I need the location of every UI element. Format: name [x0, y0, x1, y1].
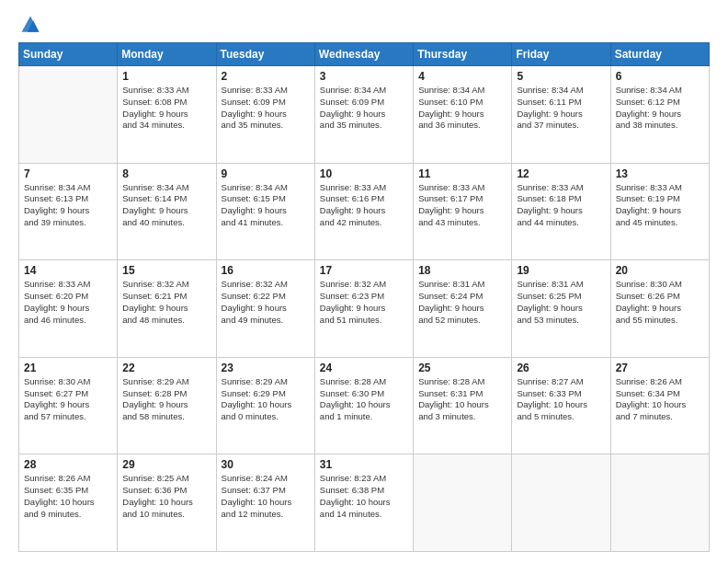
- header: [18, 15, 710, 35]
- day-cell: 23Sunrise: 8:29 AM Sunset: 6:29 PM Dayli…: [216, 357, 314, 454]
- day-number: 20: [616, 264, 704, 277]
- day-cell: 25Sunrise: 8:28 AM Sunset: 6:31 PM Dayli…: [414, 357, 512, 454]
- day-cell: 7Sunrise: 8:34 AM Sunset: 6:13 PM Daylig…: [19, 163, 118, 260]
- day-cell: 9Sunrise: 8:34 AM Sunset: 6:15 PM Daylig…: [216, 163, 314, 260]
- day-info: Sunrise: 8:26 AM Sunset: 6:35 PM Dayligh…: [24, 473, 112, 520]
- day-cell: 30Sunrise: 8:24 AM Sunset: 6:37 PM Dayli…: [216, 454, 314, 552]
- day-cell: 4Sunrise: 8:34 AM Sunset: 6:10 PM Daylig…: [414, 66, 512, 164]
- day-number: 25: [418, 362, 506, 374]
- day-number: 8: [122, 167, 210, 180]
- day-info: Sunrise: 8:32 AM Sunset: 6:21 PM Dayligh…: [122, 279, 210, 326]
- day-number: 22: [122, 362, 210, 374]
- day-cell: 22Sunrise: 8:29 AM Sunset: 6:28 PM Dayli…: [118, 357, 216, 454]
- day-cell: [512, 454, 610, 552]
- day-cell: 19Sunrise: 8:31 AM Sunset: 6:25 PM Dayli…: [512, 260, 610, 358]
- day-number: 2: [222, 70, 310, 83]
- header-day-saturday: Saturday: [610, 43, 709, 66]
- day-number: 7: [24, 167, 112, 180]
- logo-icon: [20, 15, 40, 35]
- day-info: Sunrise: 8:31 AM Sunset: 6:24 PM Dayligh…: [418, 279, 506, 326]
- day-cell: 20Sunrise: 8:30 AM Sunset: 6:26 PM Dayli…: [610, 260, 709, 358]
- day-number: 17: [320, 264, 408, 277]
- day-cell: 27Sunrise: 8:26 AM Sunset: 6:34 PM Dayli…: [610, 357, 709, 454]
- day-number: 30: [222, 458, 310, 471]
- calendar-body: 1Sunrise: 8:33 AM Sunset: 6:08 PM Daylig…: [19, 66, 710, 552]
- day-info: Sunrise: 8:33 AM Sunset: 6:18 PM Dayligh…: [517, 182, 605, 229]
- day-cell: 11Sunrise: 8:33 AM Sunset: 6:17 PM Dayli…: [414, 163, 512, 260]
- day-number: 29: [122, 458, 210, 471]
- day-cell: 1Sunrise: 8:33 AM Sunset: 6:08 PM Daylig…: [118, 66, 216, 164]
- day-cell: 8Sunrise: 8:34 AM Sunset: 6:14 PM Daylig…: [118, 163, 216, 260]
- day-cell: 29Sunrise: 8:25 AM Sunset: 6:36 PM Dayli…: [118, 454, 216, 552]
- header-day-monday: Monday: [118, 43, 216, 66]
- header-day-tuesday: Tuesday: [216, 43, 314, 66]
- day-cell: 2Sunrise: 8:33 AM Sunset: 6:09 PM Daylig…: [216, 66, 314, 164]
- day-cell: 31Sunrise: 8:23 AM Sunset: 6:38 PM Dayli…: [314, 454, 413, 552]
- day-number: 3: [320, 70, 408, 83]
- day-cell: 15Sunrise: 8:32 AM Sunset: 6:21 PM Dayli…: [118, 260, 216, 358]
- day-number: 5: [517, 70, 605, 83]
- day-info: Sunrise: 8:34 AM Sunset: 6:09 PM Dayligh…: [320, 85, 408, 132]
- week-row-3: 21Sunrise: 8:30 AM Sunset: 6:27 PM Dayli…: [19, 357, 710, 454]
- day-cell: 5Sunrise: 8:34 AM Sunset: 6:11 PM Daylig…: [512, 66, 610, 164]
- day-info: Sunrise: 8:34 AM Sunset: 6:15 PM Dayligh…: [222, 182, 310, 229]
- day-info: Sunrise: 8:33 AM Sunset: 6:09 PM Dayligh…: [222, 85, 310, 132]
- day-info: Sunrise: 8:34 AM Sunset: 6:10 PM Dayligh…: [418, 85, 506, 132]
- day-info: Sunrise: 8:23 AM Sunset: 6:38 PM Dayligh…: [320, 473, 408, 520]
- day-info: Sunrise: 8:30 AM Sunset: 6:26 PM Dayligh…: [616, 279, 704, 326]
- header-day-sunday: Sunday: [19, 43, 118, 66]
- header-day-thursday: Thursday: [414, 43, 512, 66]
- day-info: Sunrise: 8:28 AM Sunset: 6:30 PM Dayligh…: [320, 376, 408, 423]
- day-number: 11: [418, 167, 506, 180]
- day-info: Sunrise: 8:33 AM Sunset: 6:17 PM Dayligh…: [418, 182, 506, 229]
- day-number: 31: [320, 458, 408, 471]
- day-number: 19: [517, 264, 605, 277]
- day-info: Sunrise: 8:24 AM Sunset: 6:37 PM Dayligh…: [222, 473, 310, 520]
- day-info: Sunrise: 8:33 AM Sunset: 6:20 PM Dayligh…: [24, 279, 112, 326]
- week-row-2: 14Sunrise: 8:33 AM Sunset: 6:20 PM Dayli…: [19, 260, 710, 358]
- day-cell: 16Sunrise: 8:32 AM Sunset: 6:22 PM Dayli…: [216, 260, 314, 358]
- day-info: Sunrise: 8:30 AM Sunset: 6:27 PM Dayligh…: [24, 376, 112, 423]
- day-info: Sunrise: 8:34 AM Sunset: 6:13 PM Dayligh…: [24, 182, 112, 229]
- header-row: SundayMondayTuesdayWednesdayThursdayFrid…: [19, 43, 710, 66]
- day-info: Sunrise: 8:34 AM Sunset: 6:12 PM Dayligh…: [616, 85, 704, 132]
- day-number: 27: [616, 362, 704, 374]
- day-number: 14: [24, 264, 112, 277]
- week-row-0: 1Sunrise: 8:33 AM Sunset: 6:08 PM Daylig…: [19, 66, 710, 164]
- calendar: SundayMondayTuesdayWednesdayThursdayFrid…: [18, 42, 710, 552]
- day-info: Sunrise: 8:34 AM Sunset: 6:14 PM Dayligh…: [122, 182, 210, 229]
- day-info: Sunrise: 8:31 AM Sunset: 6:25 PM Dayligh…: [517, 279, 605, 326]
- day-info: Sunrise: 8:32 AM Sunset: 6:23 PM Dayligh…: [320, 279, 408, 326]
- day-cell: 12Sunrise: 8:33 AM Sunset: 6:18 PM Dayli…: [512, 163, 610, 260]
- calendar-header: SundayMondayTuesdayWednesdayThursdayFrid…: [19, 43, 710, 66]
- day-cell: 6Sunrise: 8:34 AM Sunset: 6:12 PM Daylig…: [610, 66, 709, 164]
- day-number: 21: [24, 362, 112, 374]
- day-cell: [19, 66, 118, 164]
- day-info: Sunrise: 8:29 AM Sunset: 6:29 PM Dayligh…: [222, 376, 310, 423]
- day-cell: [610, 454, 709, 552]
- day-cell: 13Sunrise: 8:33 AM Sunset: 6:19 PM Dayli…: [610, 163, 709, 260]
- day-number: 24: [320, 362, 408, 374]
- day-number: 10: [320, 167, 408, 180]
- day-cell: 26Sunrise: 8:27 AM Sunset: 6:33 PM Dayli…: [512, 357, 610, 454]
- day-info: Sunrise: 8:28 AM Sunset: 6:31 PM Dayligh…: [418, 376, 506, 423]
- day-number: 6: [616, 70, 704, 83]
- day-number: 15: [122, 264, 210, 277]
- day-cell: 18Sunrise: 8:31 AM Sunset: 6:24 PM Dayli…: [414, 260, 512, 358]
- day-number: 4: [418, 70, 506, 83]
- week-row-4: 28Sunrise: 8:26 AM Sunset: 6:35 PM Dayli…: [19, 454, 710, 552]
- day-cell: 14Sunrise: 8:33 AM Sunset: 6:20 PM Dayli…: [19, 260, 118, 358]
- day-info: Sunrise: 8:32 AM Sunset: 6:22 PM Dayligh…: [222, 279, 310, 326]
- day-number: 23: [222, 362, 310, 374]
- day-number: 9: [222, 167, 310, 180]
- day-info: Sunrise: 8:25 AM Sunset: 6:36 PM Dayligh…: [122, 473, 210, 520]
- day-number: 12: [517, 167, 605, 180]
- day-info: Sunrise: 8:26 AM Sunset: 6:34 PM Dayligh…: [616, 376, 704, 423]
- day-info: Sunrise: 8:33 AM Sunset: 6:19 PM Dayligh…: [616, 182, 704, 229]
- day-info: Sunrise: 8:29 AM Sunset: 6:28 PM Dayligh…: [122, 376, 210, 423]
- day-info: Sunrise: 8:27 AM Sunset: 6:33 PM Dayligh…: [517, 376, 605, 423]
- day-info: Sunrise: 8:33 AM Sunset: 6:08 PM Dayligh…: [122, 85, 210, 132]
- week-row-1: 7Sunrise: 8:34 AM Sunset: 6:13 PM Daylig…: [19, 163, 710, 260]
- day-info: Sunrise: 8:33 AM Sunset: 6:16 PM Dayligh…: [320, 182, 408, 229]
- day-cell: [414, 454, 512, 552]
